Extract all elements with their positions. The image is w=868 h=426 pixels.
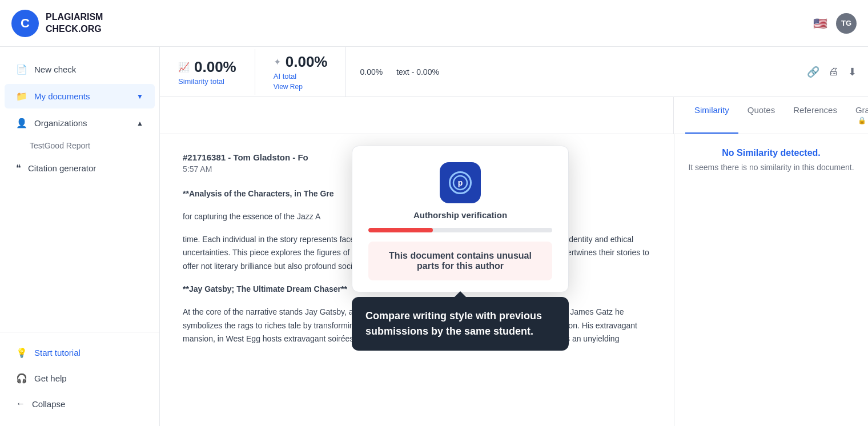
ai-label: AI total <box>274 72 328 81</box>
authorship-alert: This document contains unusual parts for… <box>368 242 552 280</box>
sidebar: 📄 New check 📁 My documents ▼ 👤 Organizat… <box>0 47 160 426</box>
excluded-label: text - 0.00% <box>396 67 439 77</box>
similarity-panel: No Similarity detected. It seems there i… <box>674 134 868 426</box>
quote-icon: ❝ <box>16 163 21 174</box>
tab-references[interactable]: References <box>784 97 846 134</box>
similarity-pct: 0.00% <box>194 58 236 76</box>
new-check-label: New check <box>34 65 76 74</box>
tabs-row: Similarity Quotes References Grammar 🔒 <box>160 97 868 134</box>
authorship-icon-inner: p <box>449 171 472 194</box>
chart-icon: 📈 <box>178 62 190 73</box>
folder-icon: 📁 <box>16 91 27 102</box>
print-icon[interactable]: 🖨 <box>829 66 839 78</box>
flag-icon[interactable]: 🇺🇸 <box>811 14 829 33</box>
stats-bar: 📈 0.00% Similarity total ✦ 0.00% AI tota… <box>160 47 868 97</box>
tab-quotes[interactable]: Quotes <box>738 97 784 134</box>
authorship-icon-wrap: p <box>368 162 552 203</box>
sidebar-item-tutorial[interactable]: 💡 Start tutorial <box>5 340 155 365</box>
no-similarity-text: It seems there is no similarity in this … <box>686 163 857 172</box>
header-right: 🇺🇸 TG <box>811 13 857 34</box>
sidebar-item-collapse[interactable]: ← Collapse <box>5 392 155 416</box>
organizations-label: Organizations <box>34 118 87 128</box>
my-documents-label: My documents <box>34 91 90 101</box>
citation-label: Citation generator <box>28 163 96 173</box>
document-right: #21716381 - Tom Gladston - Fo 5:57 AM **… <box>160 134 868 426</box>
help-icon: 🎧 <box>16 373 27 384</box>
view-report-link[interactable]: View Rep <box>274 83 328 91</box>
sidebar-bottom: 💡 Start tutorial 🎧 Get help ← Collapse <box>0 332 159 417</box>
svg-text:p: p <box>458 178 463 187</box>
authorship-progress-fill <box>368 228 433 232</box>
person-icon: 👤 <box>16 118 27 128</box>
arrow-left-icon: ← <box>16 399 25 409</box>
sidebar-sub-report[interactable]: TestGood Report <box>0 136 159 155</box>
tutorial-label: Start tutorial <box>34 348 81 357</box>
lock-icon: 🔒 <box>858 116 866 124</box>
share-icon[interactable]: 🔗 <box>807 66 819 78</box>
sidebar-item-citation[interactable]: ❝ Citation generator <box>5 156 155 180</box>
sidebar-item-my-documents[interactable]: 📁 My documents ▼ <box>5 84 155 108</box>
doc-panel-header-spacer <box>160 97 674 134</box>
header: C PLAGIARISM CHECK.ORG 🇺🇸 TG <box>0 0 868 47</box>
logo-text: PLAGIARISM CHECK.ORG <box>46 11 103 35</box>
action-icons: 🔗 🖨 ⬇ <box>807 66 868 78</box>
authorship-progress-bar <box>368 228 552 232</box>
tab-grammar[interactable]: Grammar 🔒 <box>846 97 868 134</box>
ai-pct: 0.00% <box>286 53 328 71</box>
excluded-pct: 0.00% <box>360 67 383 77</box>
logo-icon: C <box>11 10 39 37</box>
similarity-label: Similarity total <box>178 77 236 86</box>
document-panel: #21716381 - Tom Gladston - Fo 5:57 AM **… <box>160 134 674 426</box>
ai-stat: ✦ 0.00% AI total View Rep <box>255 47 347 100</box>
header-left: C PLAGIARISM CHECK.ORG <box>11 10 103 37</box>
chevron-down-icon: ▼ <box>136 93 143 101</box>
tabs-and-content: Similarity Quotes References Grammar 🔒 <box>160 97 868 426</box>
stats-right: 0.00% text - 0.00% <box>346 58 807 86</box>
authorship-svg-icon: p <box>452 174 469 191</box>
authorship-title: Authorship verification <box>368 210 552 220</box>
ai-icon: ✦ <box>274 57 281 67</box>
collapse-label: Collapse <box>32 399 65 409</box>
avatar[interactable]: TG <box>836 13 857 34</box>
tab-similarity[interactable]: Similarity <box>685 97 738 134</box>
chevron-up-icon: ▲ <box>136 119 143 127</box>
authorship-modal[interactable]: p Authorship verification <box>352 146 569 292</box>
sidebar-item-help[interactable]: 🎧 Get help <box>5 366 155 391</box>
download-icon[interactable]: ⬇ <box>848 66 857 78</box>
no-similarity-title: No Similarity detected. <box>686 148 857 158</box>
authorship-icon-bg: p <box>440 162 481 203</box>
document-icon: 📄 <box>16 64 27 75</box>
sidebar-item-new-check[interactable]: 📄 New check <box>5 57 155 82</box>
bulb-icon: 💡 <box>16 347 27 358</box>
main-layout: 📄 New check 📁 My documents ▼ 👤 Organizat… <box>0 47 868 426</box>
help-label: Get help <box>34 373 67 383</box>
doc-section-body: At the core of the narrative stands Jay … <box>183 306 651 346</box>
right-tabs: Similarity Quotes References Grammar 🔒 <box>674 97 868 134</box>
similarity-stat: 📈 0.00% Similarity total <box>160 49 255 95</box>
sidebar-item-organizations[interactable]: 👤 Organizations ▲ <box>5 111 155 135</box>
content-area: 📈 0.00% Similarity total ✦ 0.00% AI tota… <box>160 47 868 426</box>
